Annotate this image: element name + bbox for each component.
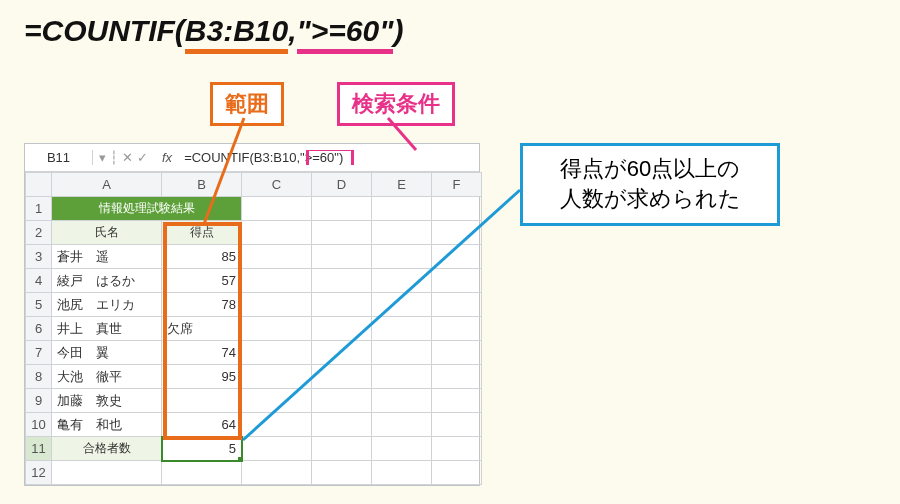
name-cell[interactable]: 蒼井 遥 xyxy=(52,245,162,269)
title-cell[interactable]: 情報処理試験結果 xyxy=(52,197,242,221)
score-cell[interactable] xyxy=(162,389,242,413)
callout-line-2: 人数が求められた xyxy=(560,186,741,211)
name-cell[interactable]: 綾戸 はるか xyxy=(52,269,162,293)
score-cell[interactable]: 85 xyxy=(162,245,242,269)
divider-icon: ┆ xyxy=(110,150,118,165)
score-header-cell[interactable]: 得点 xyxy=(162,221,242,245)
col-header[interactable]: A xyxy=(52,173,162,197)
row-header[interactable]: 4 xyxy=(26,269,52,293)
column-header-row: A B C D E F xyxy=(26,173,482,197)
row-header[interactable]: 3 xyxy=(26,245,52,269)
callout-line-1: 得点が60点以上の xyxy=(560,156,740,181)
score-cell[interactable]: 欠席 xyxy=(162,317,242,341)
name-header-cell[interactable]: 氏名 xyxy=(52,221,162,245)
summary-value-cell[interactable]: 5 xyxy=(162,437,242,461)
row-header[interactable]: 1 xyxy=(26,197,52,221)
name-cell[interactable]: 池尻 エリカ xyxy=(52,293,162,317)
row-header[interactable]: 11 xyxy=(26,437,52,461)
range-label: 範囲 xyxy=(210,82,284,126)
dropdown-icon[interactable]: ▾ xyxy=(99,150,106,165)
row-header[interactable]: 10 xyxy=(26,413,52,437)
col-header[interactable]: E xyxy=(372,173,432,197)
row-header[interactable]: 7 xyxy=(26,341,52,365)
row-header[interactable]: 5 xyxy=(26,293,52,317)
name-cell[interactable]: 大池 徹平 xyxy=(52,365,162,389)
condition-label: 検索条件 xyxy=(337,82,455,126)
score-cell[interactable]: 74 xyxy=(162,341,242,365)
name-cell[interactable]: 亀有 和也 xyxy=(52,413,162,437)
col-header[interactable]: C xyxy=(242,173,312,197)
col-header[interactable]: B xyxy=(162,173,242,197)
formula-sep: , xyxy=(288,14,296,47)
row-header[interactable]: 12 xyxy=(26,461,52,485)
score-cell[interactable]: 95 xyxy=(162,365,242,389)
formula-eq: =COUNTIF( xyxy=(24,14,185,47)
formula-title: =COUNTIF(B3:B10,">=60") xyxy=(24,14,403,54)
fx-icon[interactable]: fx xyxy=(154,150,180,165)
name-cell[interactable]: 井上 真世 xyxy=(52,317,162,341)
summary-label-cell[interactable]: 合格者数 xyxy=(52,437,162,461)
name-box[interactable]: B11 xyxy=(25,150,93,165)
formula-range: B3:B10 xyxy=(185,14,288,54)
formula-close: ) xyxy=(393,14,403,47)
cancel-icon[interactable]: ✕ xyxy=(122,150,133,165)
col-header[interactable]: F xyxy=(432,173,482,197)
formula-cond: ">=60" xyxy=(297,14,394,54)
name-box-icons: ▾ ┆ ✕ ✓ xyxy=(93,150,154,165)
name-cell[interactable]: 加藤 敦史 xyxy=(52,389,162,413)
row-header[interactable]: 8 xyxy=(26,365,52,389)
result-callout: 得点が60点以上の 人数が求められた xyxy=(520,143,780,226)
cells-grid[interactable]: A B C D E F 1 情報処理試験結果 2 氏名 得点 3 蒼井 遥 85… xyxy=(25,172,482,485)
score-cell[interactable]: 78 xyxy=(162,293,242,317)
score-cell[interactable]: 57 xyxy=(162,269,242,293)
confirm-icon[interactable]: ✓ xyxy=(137,150,148,165)
score-cell[interactable]: 64 xyxy=(162,413,242,437)
row-header[interactable]: 9 xyxy=(26,389,52,413)
row-header[interactable]: 6 xyxy=(26,317,52,341)
formula-bar-text: =COUNTIF(B3:B10,">=60") xyxy=(184,150,343,165)
col-header[interactable]: D xyxy=(312,173,372,197)
spreadsheet: B11 ▾ ┆ ✕ ✓ fx =COUNTIF(B3:B10,">=60") A… xyxy=(24,143,480,486)
row-header[interactable]: 2 xyxy=(26,221,52,245)
corner-cell[interactable] xyxy=(26,173,52,197)
name-cell[interactable]: 今田 翼 xyxy=(52,341,162,365)
formula-bar[interactable]: =COUNTIF(B3:B10,">=60") xyxy=(180,150,479,165)
formula-bar-row: B11 ▾ ┆ ✕ ✓ fx =COUNTIF(B3:B10,">=60") xyxy=(25,144,479,172)
